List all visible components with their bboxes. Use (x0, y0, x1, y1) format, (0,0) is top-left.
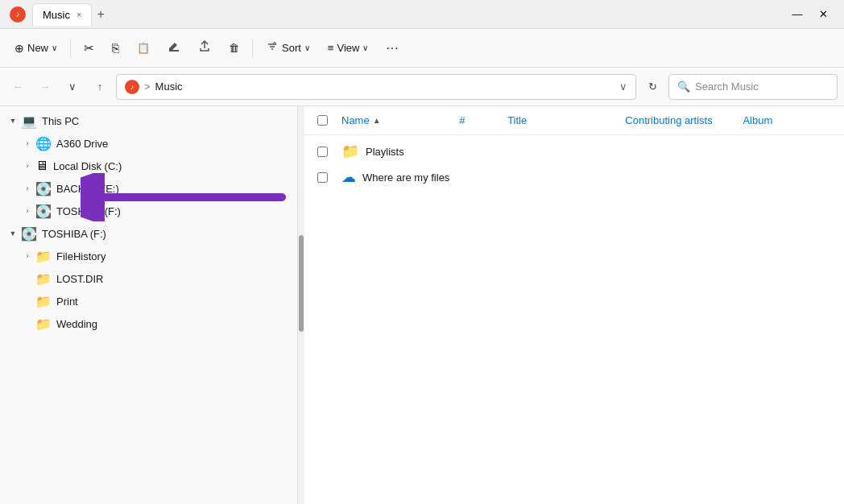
search-placeholder: Search Music (695, 81, 759, 93)
recent-locations-button[interactable]: ∨ (61, 76, 84, 98)
this-pc-icon: 💻 (21, 114, 37, 129)
path-separator: > (144, 81, 151, 93)
new-label: New (27, 42, 48, 54)
path-app-icon: ♪ (125, 80, 139, 94)
file-row-playlists[interactable]: 📁 Playlists (304, 138, 844, 164)
a360-label: A360 Drive (56, 138, 108, 150)
path-dropdown-icon[interactable]: ∨ (619, 81, 627, 93)
sidebar-item-toshiba-f-2[interactable]: ▼ 💽 TOSHIBA (F:) (0, 222, 297, 245)
app-icon: ♪ (10, 6, 26, 23)
file-row-where-are-my-files[interactable]: ☁ Where are my files (304, 164, 844, 190)
address-bar: ← → ∨ ↑ ♪ > Music ∨ ↻ 🔍 Search Music (0, 68, 844, 106)
backup-e-icon: 💽 (35, 181, 52, 196)
forward-button[interactable]: → (34, 76, 56, 98)
sidebar-item-local-disk-c[interactable]: › 🖥 Local Disk (C:) (0, 155, 297, 177)
toolbar-separator-1 (70, 39, 71, 58)
scrollbar-thumb[interactable] (299, 235, 304, 332)
view-label: View (337, 42, 359, 54)
expand-toshiba-f2-icon[interactable]: ▼ (6, 227, 19, 240)
content-area: Name ▲ # Title Contributing artists Albu… (304, 106, 844, 504)
sidebar-item-a360[interactable]: › 🌐 A360 Drive (0, 132, 297, 155)
sort-label: Sort (282, 42, 301, 54)
toshiba-f1-icon: 💽 (35, 204, 52, 219)
minimize-button[interactable]: — (786, 6, 809, 23)
tab-close-button[interactable]: × (77, 10, 81, 19)
rename-icon (168, 40, 180, 56)
column-headers: Name ▲ # Title Contributing artists Albu… (304, 106, 844, 135)
address-path[interactable]: ♪ > Music ∨ (116, 74, 636, 100)
rename-button[interactable] (159, 35, 188, 60)
sidebar-item-file-history[interactable]: › 📁 FileHistory (0, 245, 297, 267)
column-album[interactable]: Album (743, 114, 831, 126)
forward-icon: → (40, 81, 51, 93)
print-icon: 📁 (35, 294, 52, 309)
where-files-name: Where are my files (362, 171, 449, 184)
expand-file-history-icon[interactable]: › (21, 250, 34, 262)
down-chevron-icon: ∨ (68, 81, 77, 93)
main-layout: ▼ 💻 This PC › 🌐 A360 Drive › 🖥 Local Dis… (0, 106, 844, 504)
sidebar-scrollbar[interactable] (298, 106, 304, 504)
a360-icon: 🌐 (35, 136, 52, 151)
delete-button[interactable]: 🗑 (221, 37, 247, 59)
where-files-checkbox[interactable] (317, 172, 341, 183)
playlists-checkbox[interactable] (317, 147, 341, 157)
more-button[interactable]: ··· (378, 36, 407, 60)
expand-a360-icon[interactable]: › (21, 137, 34, 150)
share-icon (198, 40, 211, 56)
sidebar: ▼ 💻 This PC › 🌐 A360 Drive › 🖥 Local Dis… (0, 106, 298, 504)
sidebar-item-wedding[interactable]: 📁 Wedding (0, 312, 297, 335)
toshiba-f2-label: TOSHIBA (F:) (42, 228, 106, 240)
local-disk-c-icon: 🖥 (35, 159, 48, 173)
back-button[interactable]: ← (6, 76, 29, 98)
select-all-input[interactable] (317, 115, 328, 126)
wedding-label: Wedding (56, 318, 97, 330)
close-button[interactable]: ✕ (812, 6, 834, 23)
expand-toshiba-f1-icon[interactable]: › (21, 204, 34, 217)
sidebar-item-this-pc[interactable]: ▼ 💻 This PC (0, 109, 297, 132)
up-button[interactable]: ↑ (89, 76, 111, 98)
expand-backup-e-icon[interactable]: › (21, 182, 34, 195)
column-title[interactable]: Title (507, 114, 625, 126)
column-contributing-artists[interactable]: Contributing artists (625, 114, 743, 126)
sidebar-item-backup-e[interactable]: › 💽 BACKUP (E:) (0, 177, 297, 200)
sidebar-item-lost-dir[interactable]: 📁 LOST.DIR (0, 267, 297, 290)
toolbar-separator-2 (252, 39, 253, 58)
select-all-checkbox[interactable] (317, 115, 341, 126)
toshiba-f2-icon: 💽 (21, 226, 37, 242)
backup-e-label: BACKUP (E:) (56, 183, 119, 195)
up-icon: ↑ (97, 81, 103, 93)
window-controls: — ✕ (786, 6, 834, 23)
column-number[interactable]: # (459, 114, 507, 126)
new-tab-button[interactable]: + (97, 7, 104, 22)
view-chevron-icon: ∨ (362, 43, 368, 52)
lost-dir-icon: 📁 (35, 271, 52, 287)
new-button[interactable]: ⊕ New ∨ (6, 37, 65, 60)
refresh-icon: ↻ (648, 81, 657, 93)
column-name[interactable]: Name ▲ (341, 114, 459, 126)
expand-local-disk-c-icon[interactable]: › (21, 159, 34, 172)
content-body: 📁 Playlists ☁ Where are my files (304, 135, 844, 504)
file-history-label: FileHistory (56, 250, 106, 262)
sidebar-item-toshiba-f-1[interactable]: › 💽 TOSHIBA (F:) (0, 200, 297, 222)
paste-button[interactable]: 📋 (129, 37, 158, 59)
share-button[interactable] (190, 35, 219, 60)
refresh-button[interactable]: ↻ (641, 76, 664, 98)
sidebar-item-print[interactable]: 📁 Print (0, 290, 297, 312)
back-icon: ← (13, 81, 23, 93)
new-chevron-icon: ∨ (52, 43, 57, 52)
lost-dir-label: LOST.DIR (56, 273, 104, 285)
print-label: Print (56, 295, 78, 308)
search-box[interactable]: 🔍 Search Music (668, 74, 838, 100)
search-icon: 🔍 (677, 81, 690, 93)
copy-button[interactable]: ⎘ (104, 36, 127, 60)
sort-button[interactable]: Sort ∨ (258, 35, 318, 60)
cut-button[interactable]: ✂ (76, 36, 102, 60)
delete-icon: 🗑 (229, 42, 239, 54)
active-tab[interactable]: Music × (32, 3, 92, 26)
new-icon: ⊕ (14, 42, 24, 55)
view-icon: ≡ (328, 42, 334, 54)
view-button[interactable]: ≡ View ∨ (320, 37, 377, 59)
wedding-icon: 📁 (35, 316, 52, 332)
expand-this-pc-icon[interactable]: ▼ (6, 114, 19, 127)
sort-chevron-icon: ∨ (304, 43, 310, 52)
